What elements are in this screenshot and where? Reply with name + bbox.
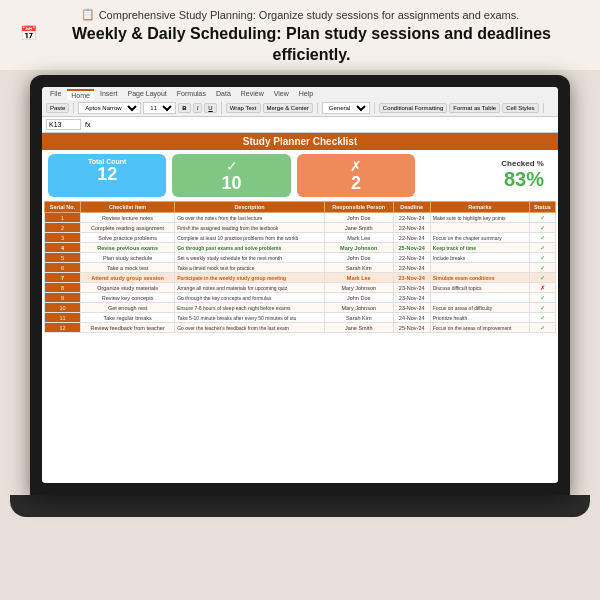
cell-status: ✓ xyxy=(530,273,556,283)
font-name-select[interactable]: Aptos Narrow xyxy=(78,102,141,114)
italic-btn[interactable]: I xyxy=(193,103,203,113)
cell-item: Review lecture notes xyxy=(81,213,175,223)
checked-value: 10 xyxy=(180,174,282,194)
cell-item: Review feedback from teacher xyxy=(81,323,175,333)
cell-person: Sarah Kim xyxy=(324,263,393,273)
cell-person: Mark Lee xyxy=(324,273,393,283)
formula-bar: fx xyxy=(42,117,558,133)
font-group: Aptos Narrow 11 B I U xyxy=(78,102,221,114)
alignment-group: Wrap Text Merge & Center xyxy=(226,103,318,113)
cell-item: Organize study materials xyxy=(81,283,175,293)
cell-serial: 4 xyxy=(45,243,81,253)
checked-pct-value: 83% xyxy=(504,168,544,191)
number-group: General xyxy=(322,102,375,114)
unchecked-value: 2 xyxy=(305,174,407,194)
total-count-value: 12 xyxy=(56,165,158,185)
cell-desc: Ensure 7-8 hours of sleep each night bef… xyxy=(175,303,325,313)
table-row: 9 Review key concepts Go through the key… xyxy=(45,293,556,303)
table-row: 2 Complete reading assignment Finish the… xyxy=(45,223,556,233)
cell-desc: Take 5-10 minute breaks after every 50 m… xyxy=(175,313,325,323)
cell-status: ✓ xyxy=(530,263,556,273)
cell-deadline: 25-Nov-24 xyxy=(393,323,430,333)
table-row: 6 Take a mock test Take a timed mock tes… xyxy=(45,263,556,273)
cell-remarks: Make sure to highlight key points xyxy=(430,213,529,223)
table-row: 4 Revise previous exams Go through past … xyxy=(45,243,556,253)
cell-deadline: 23-Nov-24 xyxy=(393,273,430,283)
cell-serial: 11 xyxy=(45,313,81,323)
conditional-formatting-btn[interactable]: Conditional Formatting xyxy=(379,103,447,113)
sheet-title: Study Planner Checklist xyxy=(42,133,558,150)
cell-serial: 7 xyxy=(45,273,81,283)
total-count-box: Total Count 12 xyxy=(48,154,166,198)
cell-serial: 10 xyxy=(45,303,81,313)
ribbon: File Home Insert Page Layout Formulas Da… xyxy=(42,87,558,117)
line2-text: Weekly & Daily Scheduling: Plan study se… xyxy=(43,24,580,66)
laptop-screen: File Home Insert Page Layout Formulas Da… xyxy=(42,87,558,483)
cell-item: Get enough rest xyxy=(81,303,175,313)
number-format-select[interactable]: General xyxy=(322,102,370,114)
paste-btn[interactable]: Paste xyxy=(46,103,69,113)
col-serial: Serial No. xyxy=(45,202,81,213)
line2-icon: 📅 xyxy=(20,24,37,42)
cell-remarks: Prioritize health xyxy=(430,313,529,323)
cell-deadline: 22-Nov-24 xyxy=(393,263,430,273)
data-table: Serial No. Checklist Item Description Re… xyxy=(44,201,556,333)
cell-serial: 8 xyxy=(45,283,81,293)
tab-help[interactable]: Help xyxy=(295,89,317,100)
font-size-select[interactable]: 11 xyxy=(143,102,176,114)
cell-serial: 6 xyxy=(45,263,81,273)
cell-remarks: Focus on the areas of improvement xyxy=(430,323,529,333)
table-row: 7 Attend study group session Participate… xyxy=(45,273,556,283)
tab-review[interactable]: Review xyxy=(237,89,268,100)
checked-pct-label: Checked % xyxy=(501,159,544,168)
cell-deadline: 23-Nov-24 xyxy=(393,303,430,313)
tab-insert[interactable]: Insert xyxy=(96,89,122,100)
underline-btn[interactable]: U xyxy=(204,103,216,113)
cell-item: Attend study group session xyxy=(81,273,175,283)
tab-formulas[interactable]: Formulas xyxy=(173,89,210,100)
format-as-table-btn[interactable]: Format as Table xyxy=(449,103,500,113)
styles-group: Conditional Formatting Format as Table C… xyxy=(379,103,544,113)
cell-serial: 1 xyxy=(45,213,81,223)
col-desc: Description xyxy=(175,202,325,213)
table-row: 11 Take regular breaks Take 5-10 minute … xyxy=(45,313,556,323)
cell-item: Revise previous exams xyxy=(81,243,175,253)
table-header-row: Serial No. Checklist Item Description Re… xyxy=(45,202,556,213)
laptop-base xyxy=(10,495,590,517)
fx-label: fx xyxy=(85,121,90,128)
cell-person: Jane Smith xyxy=(324,223,393,233)
cell-styles-btn[interactable]: Cell Styles xyxy=(502,103,538,113)
cell-deadline: 23-Nov-24 xyxy=(393,283,430,293)
wrap-text-btn[interactable]: Wrap Text xyxy=(226,103,261,113)
col-person: Responsible Person xyxy=(324,202,393,213)
cell-reference-input[interactable] xyxy=(46,119,81,130)
table-row: 12 Review feedback from teacher Go over … xyxy=(45,323,556,333)
tab-view[interactable]: View xyxy=(270,89,293,100)
cell-desc: Participate in the weekly study group me… xyxy=(175,273,325,283)
tab-page-layout[interactable]: Page Layout xyxy=(123,89,170,100)
cell-serial: 9 xyxy=(45,293,81,303)
table-row: 10 Get enough rest Ensure 7-8 hours of s… xyxy=(45,303,556,313)
cell-status: ✓ xyxy=(530,253,556,263)
bold-btn[interactable]: B xyxy=(178,103,190,113)
cell-status: ✓ xyxy=(530,323,556,333)
cell-desc: Set a weekly study schedule for the next… xyxy=(175,253,325,263)
merge-center-btn[interactable]: Merge & Center xyxy=(263,103,313,113)
cell-deadline: 25-Nov-24 xyxy=(393,243,430,253)
col-item: Checklist Item xyxy=(81,202,175,213)
line1: 📋 Comprehensive Study Planning: Organize… xyxy=(20,8,580,21)
cell-remarks: Focus on the chapter summary xyxy=(430,233,529,243)
cell-desc: Arrange all notes and materials for upco… xyxy=(175,283,325,293)
tab-home[interactable]: Home xyxy=(67,89,94,100)
tab-data[interactable]: Data xyxy=(212,89,235,100)
cell-status: ✓ xyxy=(530,233,556,243)
tab-file[interactable]: File xyxy=(46,89,65,100)
table-container: Serial No. Checklist Item Description Re… xyxy=(42,201,558,333)
cell-remarks: Include breaks xyxy=(430,253,529,263)
table-row: 1 Review lecture notes Go over the notes… xyxy=(45,213,556,223)
unchecked-box: ✗ 2 xyxy=(297,154,415,198)
cell-status: ✓ xyxy=(530,313,556,323)
checked-icon: ✓ xyxy=(180,158,282,174)
table-row: 8 Organize study materials Arrange all n… xyxy=(45,283,556,293)
ribbon-tabs: File Home Insert Page Layout Formulas Da… xyxy=(46,89,554,100)
